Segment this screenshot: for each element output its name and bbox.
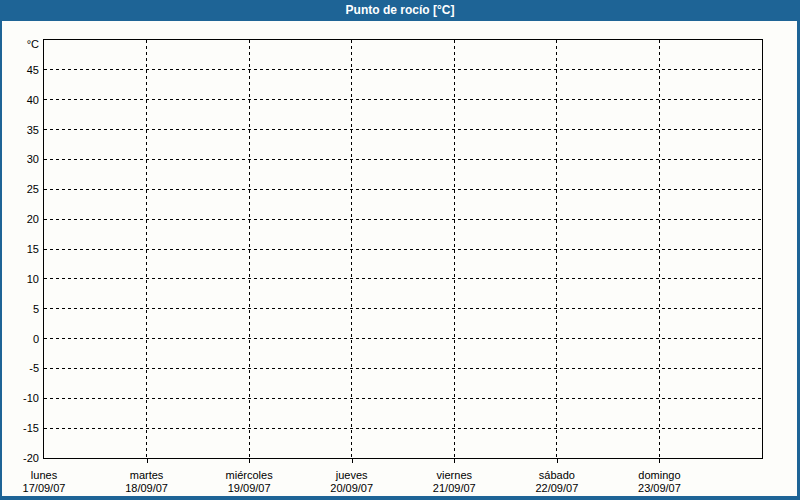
y-tick-label: 25: [2, 182, 39, 196]
y-gridline: [44, 308, 762, 309]
x-axis-tick: [557, 459, 558, 463]
x-axis-date: 21/09/07: [433, 482, 476, 494]
x-axis-label: lunes17/09/07: [23, 469, 66, 494]
y-gridline: [44, 338, 762, 339]
x-axis-day-name: jueves: [330, 469, 373, 482]
chart-title: Punto de rocío [°C]: [346, 3, 455, 17]
y-gridline: [44, 219, 762, 220]
x-axis-label: miércoles19/09/07: [226, 469, 273, 494]
y-tick-label: 40: [2, 93, 39, 107]
y-gridline: [44, 249, 762, 250]
x-axis-tick: [352, 459, 353, 463]
x-axis-day-name: miércoles: [226, 469, 273, 482]
x-axis-day-name: lunes: [23, 469, 66, 482]
x-axis-date: 22/09/07: [535, 482, 578, 494]
x-axis-label: viernes21/09/07: [433, 469, 476, 494]
y-gridline: [44, 99, 762, 100]
y-tick-label: 30: [2, 152, 39, 166]
x-axis-day-name: martes: [125, 469, 168, 482]
y-tick-label: 0: [2, 332, 39, 346]
x-axis-date: 23/09/07: [638, 482, 681, 494]
y-tick-label: 5: [2, 302, 39, 316]
x-gridline: [454, 40, 455, 458]
plot-area: [43, 39, 763, 459]
y-gridline: [44, 159, 762, 160]
y-gridline: [44, 129, 762, 130]
x-axis-day-name: domingo: [638, 469, 681, 482]
chart-window: Punto de rocío [°C] °C 45403530252015105…: [0, 0, 800, 500]
x-axis-tick: [454, 459, 455, 463]
y-tick-label: -5: [2, 361, 39, 375]
x-gridline: [351, 40, 352, 458]
y-gridline: [44, 189, 762, 190]
x-axis-date: 20/09/07: [330, 482, 373, 494]
chart-content: °C 454035302520151050-5-10-15-20lunes17/…: [2, 21, 797, 496]
x-axis-tick: [249, 459, 250, 463]
x-gridline: [146, 40, 147, 458]
x-gridline: [249, 40, 250, 458]
y-tick-label: 10: [2, 272, 39, 286]
x-axis-label: domingo23/09/07: [638, 469, 681, 494]
x-axis-date: 18/09/07: [125, 482, 168, 494]
y-tick-label: 15: [2, 242, 39, 256]
x-axis-label: martes18/09/07: [125, 469, 168, 494]
x-axis-label: jueves20/09/07: [330, 469, 373, 494]
y-gridline: [44, 368, 762, 369]
chart-title-bar: Punto de rocío [°C]: [0, 0, 800, 21]
y-tick-label: 20: [2, 212, 39, 226]
y-tick-label: 35: [2, 123, 39, 137]
x-axis-tick: [659, 459, 660, 463]
x-axis-day-name: sábado: [535, 469, 578, 482]
x-axis-label: sábado22/09/07: [535, 469, 578, 494]
x-axis-date: 19/09/07: [226, 482, 273, 494]
y-axis-unit-label: °C: [2, 37, 39, 51]
y-tick-label: -10: [2, 391, 39, 405]
x-axis-tick: [147, 459, 148, 463]
x-axis-day-name: viernes: [433, 469, 476, 482]
y-tick-label: -20: [2, 451, 39, 465]
y-tick-label: 45: [2, 63, 39, 77]
y-gridline: [44, 278, 762, 279]
x-gridline: [556, 40, 557, 458]
x-axis-date: 17/09/07: [23, 482, 66, 494]
y-gridline: [44, 398, 762, 399]
y-gridline: [44, 69, 762, 70]
y-tick-label: -15: [2, 421, 39, 435]
x-gridline: [659, 40, 660, 458]
y-gridline: [44, 428, 762, 429]
